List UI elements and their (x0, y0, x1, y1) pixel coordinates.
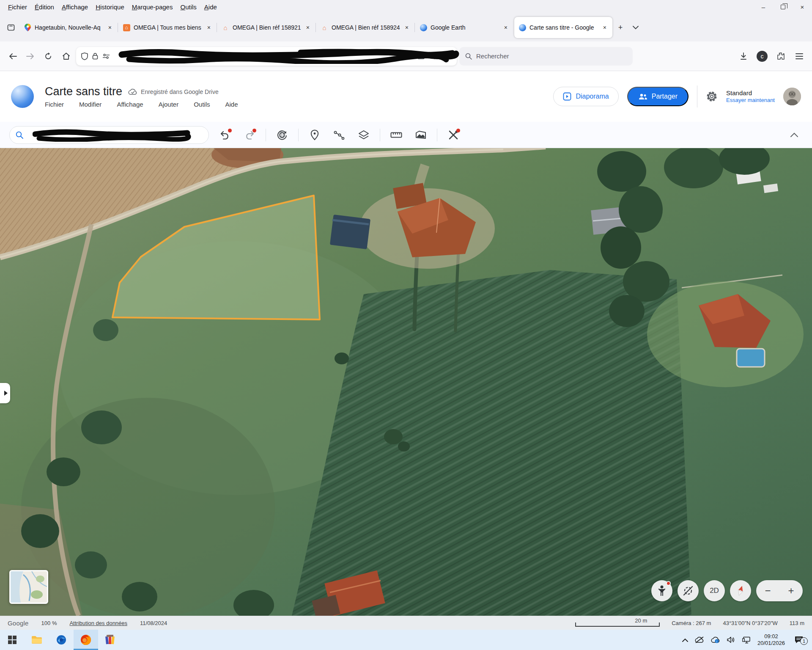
collapse-toolbar-button[interactable] (786, 127, 803, 143)
tab-close-icon[interactable]: × (403, 23, 410, 32)
street-view-pegman-button[interactable] (651, 580, 672, 601)
2d-mode-button[interactable]: 2D (704, 580, 725, 601)
measure-button[interactable] (388, 127, 405, 143)
network-tray-icon[interactable] (742, 636, 751, 644)
plan-upgrade-link[interactable]: Essayer maintenant (726, 97, 775, 104)
restore-button[interactable] (773, 0, 793, 14)
photo-overlay-button[interactable] (412, 127, 429, 143)
navigation-bar: 文A Rechercher c (0, 41, 812, 71)
search-redaction-scribble (33, 129, 193, 142)
earth-menu-ajouter[interactable]: Ajouter (159, 101, 179, 108)
side-panel-expander[interactable] (0, 383, 10, 403)
history-globe-icon (277, 129, 288, 140)
earth-menu-outils[interactable]: Outils (194, 101, 210, 108)
close-button[interactable]: × (793, 0, 812, 14)
firefox-view-button[interactable] (3, 20, 19, 35)
file-explorer-button[interactable] (25, 630, 49, 650)
list-all-tabs-button[interactable] (628, 20, 643, 35)
app-menu-button[interactable] (792, 49, 807, 64)
tab-close-icon[interactable]: × (206, 23, 212, 32)
camera-altitude: Caméra : 267 m (672, 620, 711, 626)
start-button[interactable] (0, 630, 25, 650)
auto-rotate-off-button[interactable] (678, 580, 699, 601)
menu-marque-pages[interactable]: Marque-pages (128, 2, 177, 12)
earth-toolbar (0, 122, 812, 148)
firefox-view-icon (7, 23, 15, 32)
taskbar-clock[interactable]: 09:02 20/01/2026 (757, 633, 785, 647)
historical-imagery-button[interactable] (274, 127, 291, 143)
earth-menu-aide[interactable]: Aide (225, 101, 238, 108)
tab-close-icon[interactable]: × (502, 23, 509, 32)
tab-google-earth[interactable]: Google Earth × (415, 17, 513, 38)
undo-button[interactable] (217, 127, 233, 143)
app-button-blue[interactable] (49, 630, 74, 650)
earth-search-field[interactable] (9, 126, 209, 144)
volume-tray-icon[interactable] (727, 636, 735, 643)
minimize-button[interactable]: – (754, 0, 773, 14)
settings-button[interactable] (706, 91, 718, 102)
menu-fichier[interactable]: Fichier (4, 2, 31, 12)
home-button[interactable] (58, 49, 74, 64)
overview-minimap[interactable] (9, 570, 48, 604)
menu-outils[interactable]: Outils (176, 2, 200, 12)
map-viewport[interactable]: 2D − + (0, 148, 812, 616)
folder-icon (31, 635, 42, 644)
cloud-icon: i (711, 636, 720, 643)
tab-omega-158921[interactable]: ⌂ OMEGA | Bien réf 158921 × (217, 17, 315, 38)
reload-button[interactable] (41, 49, 56, 64)
tab-carte-sans-titre-active[interactable]: Carte sans titre - Google × (514, 17, 612, 38)
downloads-button[interactable] (736, 49, 751, 64)
account-button[interactable]: c (754, 49, 770, 64)
search-bar[interactable]: Rechercher (459, 47, 633, 66)
zoom-in-button[interactable]: + (779, 585, 803, 597)
annotate-button[interactable] (445, 127, 462, 143)
divider (437, 129, 437, 141)
slideshow-button[interactable]: Diaporama (553, 87, 618, 106)
menu-affichage[interactable]: Affichage (58, 2, 92, 12)
earth-menu-fichier[interactable]: Fichier (45, 101, 64, 108)
compass-button[interactable] (730, 580, 751, 601)
tracking-shield-icon[interactable] (81, 52, 88, 60)
tab-omega-biens[interactable]: ⌂ OMEGA | Tous mes biens × (118, 17, 217, 38)
redo-button[interactable] (241, 127, 258, 143)
earth-menu-modifier[interactable]: Modifier (79, 101, 102, 108)
back-button[interactable] (5, 49, 20, 64)
tab-hagetaubin[interactable]: Hagetaubin, Nouvelle-Aq × (19, 17, 118, 38)
add-placemark-button[interactable] (306, 127, 323, 143)
data-attribution-link[interactable]: Attribution des données (69, 620, 127, 626)
compass-needle-icon (736, 585, 745, 596)
chevron-up-icon (682, 638, 688, 642)
layers-button[interactable] (355, 127, 372, 143)
tab-close-icon[interactable]: × (601, 23, 608, 32)
notification-count-badge: 1 (800, 637, 808, 645)
winrar-taskbar-button[interactable] (98, 630, 123, 650)
document-title[interactable]: Carte sans titre (45, 85, 122, 98)
url-bar[interactable]: 文A (76, 47, 457, 66)
menu-aide[interactable]: Aide (200, 2, 221, 12)
tab-close-icon[interactable]: × (304, 23, 311, 32)
cloud-paused-tray-icon[interactable] (695, 636, 704, 643)
notification-center-button[interactable]: 1 (792, 636, 806, 644)
earth-menu-affichage[interactable]: Affichage (117, 101, 143, 108)
cloud-info-tray-icon[interactable]: i (711, 636, 720, 643)
firefox-taskbar-button[interactable] (74, 630, 98, 650)
lock-icon[interactable] (92, 52, 98, 60)
tab-close-icon[interactable]: × (107, 23, 113, 32)
user-avatar[interactable] (783, 88, 801, 105)
forward-button[interactable] (23, 49, 38, 64)
permissions-icon[interactable] (102, 53, 110, 59)
new-tab-button[interactable]: + (613, 20, 628, 35)
earth-globe-icon (519, 24, 526, 31)
extensions-button[interactable] (773, 49, 788, 64)
draw-path-button[interactable] (331, 127, 348, 143)
tray-expand-button[interactable] (682, 638, 688, 642)
zoom-out-button[interactable]: − (756, 585, 779, 597)
system-tray: i 09:02 20/01/2026 1 (682, 630, 812, 650)
share-button[interactable]: Partager (627, 87, 689, 106)
tab-omega-158924[interactable]: ⌂ OMEGA | Bien réf 158924 × (316, 17, 414, 38)
google-earth-logo[interactable] (11, 85, 34, 108)
menu-edition[interactable]: Édition (31, 2, 58, 12)
search-placeholder: Rechercher (476, 52, 509, 60)
menu-historique[interactable]: Historique (92, 2, 128, 12)
omega-house-outline-icon: ⌂ (321, 24, 328, 31)
